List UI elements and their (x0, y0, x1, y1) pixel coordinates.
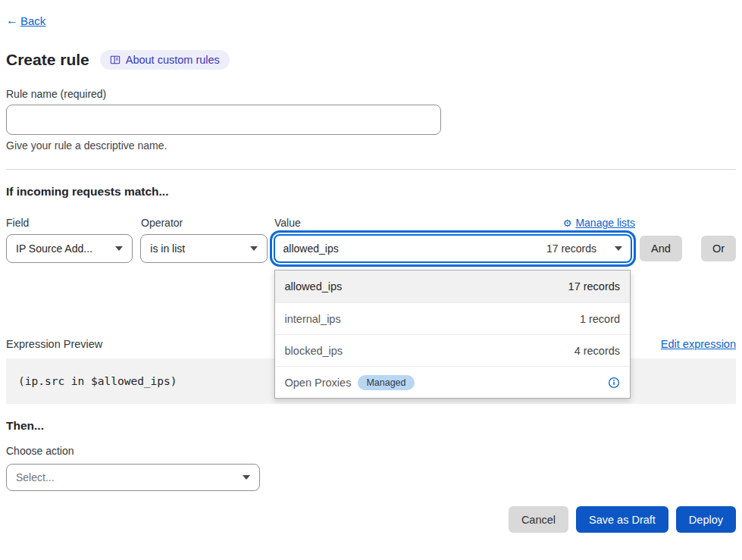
value-select-wrap: allowed_ips 17 records allowed_ips 17 re… (274, 234, 633, 263)
about-badge-label: About custom rules (126, 54, 220, 66)
info-icon[interactable] (608, 377, 620, 389)
about-custom-rules-link[interactable]: About custom rules (100, 50, 230, 70)
list-item-name: blocked_ips (285, 345, 343, 357)
operator-select[interactable]: is in list (140, 234, 267, 263)
gear-icon: ⚙︎ (563, 217, 572, 229)
back-label: Back (20, 14, 45, 27)
title-row: Create rule About custom rules (6, 50, 736, 70)
then-section-heading: Then... (6, 419, 736, 433)
save-as-draft-button[interactable]: Save as Draft (576, 506, 668, 533)
list-dropdown-panel: allowed_ips 17 records internal_ips 1 re… (274, 270, 631, 399)
section-divider (6, 169, 736, 170)
manage-lists-link[interactable]: ⚙︎ Manage lists (563, 217, 635, 229)
chevron-down-icon (615, 246, 622, 251)
list-item-internal-ips[interactable]: internal_ips 1 record (275, 302, 631, 334)
manage-lists-label: Manage lists (575, 217, 635, 229)
action-select[interactable]: Select... (6, 464, 260, 491)
list-item-name: internal_ips (285, 313, 341, 325)
list-item-allowed-ips[interactable]: allowed_ips 17 records (275, 271, 631, 302)
footer-actions: Cancel Save as Draft Deploy (6, 506, 736, 533)
list-item-name: Open Proxies (285, 377, 352, 389)
choose-action-label: Choose action (6, 445, 736, 457)
edit-expression-link[interactable]: Edit expression (661, 338, 736, 350)
value-select-value: allowed_ips (283, 242, 339, 255)
deploy-button[interactable]: Deploy (676, 506, 736, 533)
list-item-open-proxies[interactable]: Open Proxies Managed (275, 366, 631, 398)
list-item-records: 4 records (575, 345, 620, 357)
value-select[interactable]: allowed_ips 17 records (274, 234, 633, 263)
page-title: Create rule (6, 51, 89, 69)
field-label: Field (6, 217, 133, 229)
back-arrow-icon: ← (6, 14, 18, 27)
action-select-placeholder: Select... (16, 471, 55, 483)
back-link[interactable]: ←Back (6, 14, 45, 27)
operator-label: Operator (141, 217, 268, 229)
list-item-blocked-ips[interactable]: blocked_ips 4 records (275, 334, 631, 366)
rule-name-helper: Give your rule a descriptive name. (6, 139, 736, 152)
match-section-heading: If incoming requests match... (6, 185, 736, 199)
list-item-name: allowed_ips (285, 280, 343, 293)
expression-code: (ip.src in $allowed_ips) (18, 375, 177, 387)
list-item-records: 17 records (568, 280, 621, 293)
field-select-value: IP Source Add... (16, 242, 92, 255)
book-icon (110, 55, 121, 65)
field-select[interactable]: IP Source Add... (6, 234, 133, 263)
chevron-down-icon (250, 246, 258, 251)
match-labels-row: Field Operator Value ⚙︎ Manage lists (6, 217, 736, 229)
chevron-down-icon (115, 246, 123, 251)
or-button[interactable]: Or (701, 236, 736, 261)
rule-name-input[interactable] (6, 105, 441, 135)
operator-select-value: is in list (150, 242, 185, 255)
list-item-records: 1 record (580, 313, 620, 325)
match-selects-row: IP Source Add... is in list allowed_ips … (6, 234, 736, 263)
managed-badge: Managed (358, 375, 414, 390)
and-button[interactable]: And (640, 236, 682, 261)
value-select-records: 17 records (546, 242, 596, 255)
cancel-button[interactable]: Cancel (509, 506, 568, 533)
create-rule-page: ←Back Create rule About custom rules Rul… (0, 0, 742, 560)
expression-preview-label: Expression Preview (6, 338, 102, 350)
value-label: Value (274, 217, 301, 229)
chevron-down-icon (243, 475, 250, 480)
rule-name-label: Rule name (required) (6, 88, 736, 100)
